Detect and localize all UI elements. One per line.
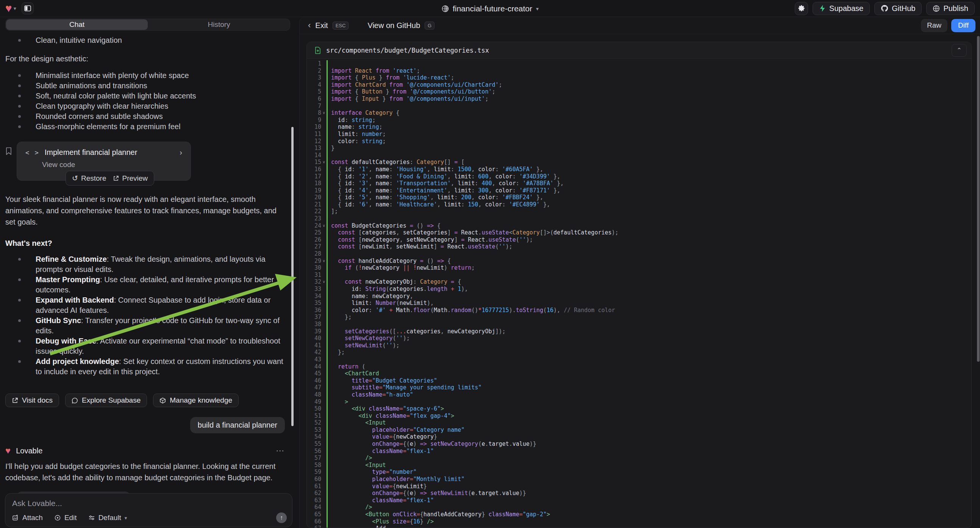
g-key-hint: G (425, 22, 434, 30)
code-line: 59 type="number" (307, 469, 971, 476)
code-line: 16 { id: '1', name: 'Housing', limit: 15… (307, 166, 971, 173)
code-area[interactable]: 1 2import React from 'react';3import { P… (307, 59, 971, 528)
supabase-bolt-icon (819, 5, 826, 12)
design-bullet-list: Minimalist interface with plenty of whit… (5, 70, 285, 132)
code-line: 35 limit: Number(newLimit), (307, 300, 971, 307)
project-chevron-down-icon: ▾ (536, 6, 539, 12)
code-line: 49 > (307, 398, 971, 406)
code-line: 7 (307, 103, 971, 110)
list-item: Clean, intuitive navigation (5, 35, 285, 45)
tab-history[interactable]: History (148, 19, 290, 30)
chevron-right-icon[interactable]: › (180, 148, 182, 157)
github-button[interactable]: GitHub (874, 2, 922, 15)
supabase-button[interactable]: Supabase (813, 2, 870, 15)
esc-key-hint: ESC (332, 22, 349, 30)
chevron-up-icon: ⌃ (956, 46, 961, 54)
code-line: 8∨interface Category { (307, 110, 971, 117)
code-line: 54 value={newCategory} (307, 433, 971, 441)
package-icon (159, 397, 166, 404)
message-options-button[interactable]: ⋯ (276, 446, 285, 456)
code-line: 9 id: string; (307, 117, 971, 124)
code-line: 40 setNewCategory(''); (307, 335, 971, 342)
manage-knowledge-button[interactable]: Manage knowledge (153, 394, 239, 407)
code-line: 18 { id: '3', name: 'Transportation', li… (307, 180, 971, 187)
project-name: financial-future-creator (453, 4, 532, 13)
code-line: 66 <Plus size={16} /> (307, 518, 971, 525)
code-line: 1 (307, 60, 971, 67)
next-steps-list: Refine & Customize: Tweak the design, an… (5, 254, 285, 377)
code-line: 10 name: string; (307, 124, 971, 131)
list-item: Subtle animations and transitions (5, 81, 285, 91)
raw-toggle-button[interactable]: Raw (921, 19, 947, 32)
lovable-logo-heart-icon[interactable]: ♥ (5, 3, 12, 14)
version-card-implement-financial-planner[interactable]: < > Implement financial planner › View c… (17, 142, 191, 181)
view-code-link[interactable]: View code (42, 161, 182, 169)
file-added-icon (314, 46, 321, 54)
scrollback-list: Clean, intuitive navigation (5, 35, 285, 45)
code-line: 6import { Input } from '@/components/ui/… (307, 95, 971, 103)
diff-toggle-button[interactable]: Diff (951, 19, 975, 32)
settings-button[interactable] (795, 2, 808, 15)
code-line: 48 className="h-auto" (307, 391, 971, 398)
code-line: 12 color: string; (307, 138, 971, 145)
chat-input-box[interactable]: Ask Lovable... Attach Edit Default ▾ ↑ (5, 493, 293, 527)
view-on-github-button[interactable]: View on GitHub (368, 21, 420, 30)
attach-button[interactable]: Attach (12, 514, 43, 522)
code-line: 41 setNewLimit(''); (307, 342, 971, 349)
edit-button[interactable]: Edit (54, 514, 77, 522)
restore-button[interactable]: ↺Restore (72, 174, 106, 183)
list-item: GitHub Sync: Transfer your project's cod… (5, 315, 285, 336)
publish-button[interactable]: Publish (926, 2, 975, 15)
preview-button[interactable]: Preview (113, 174, 148, 183)
fold-toggle[interactable]: ∨ (321, 222, 326, 229)
list-item: Refine & Customize: Tweak the design, an… (5, 254, 285, 275)
project-switcher[interactable]: financial-future-creator ▾ (441, 0, 539, 17)
external-link-icon (12, 397, 18, 404)
globe-icon (441, 5, 449, 13)
code-line: 38 (307, 321, 971, 328)
list-item: Master Prompting: Use clear, detailed, a… (5, 275, 285, 295)
fold-toggle[interactable]: ∨ (321, 278, 326, 286)
code-line: 39 setCategories([...categories, newCate… (307, 328, 971, 335)
code-line: 22]; (307, 208, 971, 215)
assistant-header: ♥ Lovable ⋯ (5, 445, 285, 456)
code-line: 63 className="flex-1" (307, 497, 971, 504)
code-line: 56 className="flex-1" (307, 448, 971, 455)
fold-toggle[interactable]: ∨ (321, 258, 326, 265)
chat-scrollbar[interactable] (291, 127, 294, 426)
code-line: 4import ChartCard from '@/components/ui/… (307, 81, 971, 89)
exit-button[interactable]: Exit (315, 21, 328, 30)
code-card-row-1: < > Implement financial planner › View c… (5, 142, 285, 181)
send-button[interactable]: ↑ (276, 512, 287, 523)
bookmark-icon[interactable] (5, 147, 12, 155)
chevron-left-icon: ‹ (308, 21, 311, 30)
list-item: Expand with Backend: Connect Supabase to… (5, 295, 285, 315)
toggle-sidebar-button[interactable] (22, 2, 34, 14)
file-path: src/components/budget/BudgetCategories.t… (326, 46, 489, 54)
explore-supabase-button[interactable]: Explore Supabase (65, 394, 147, 407)
code-line: 53 placeholder="Category name" (307, 426, 971, 434)
file-bar[interactable]: src/components/budget/BudgetCategories.t… (307, 42, 971, 59)
fold-toggle[interactable]: ∨ (321, 110, 326, 117)
list-item: Add project knowledge: Set key context o… (5, 356, 285, 377)
code-line: 21 { id: '6', name: 'Healthcare', limit:… (307, 201, 971, 208)
code-line: 60 placeholder="Monthly limit" (307, 476, 971, 483)
mode-selector[interactable]: Default ▾ (88, 514, 127, 522)
visit-docs-button[interactable]: Visit docs (5, 394, 59, 407)
collapse-file-button[interactable]: ⌃ (951, 44, 967, 57)
code-line: 36 color: '#' + Math.floor(Math.random()… (307, 307, 971, 314)
logo-chevron-down-icon[interactable]: ▾ (14, 5, 16, 11)
tab-chat[interactable]: Chat (6, 19, 148, 30)
fold-toggle[interactable]: ∨ (321, 159, 326, 166)
code-line: 23 (307, 215, 971, 222)
chat-bubble-icon (72, 397, 78, 404)
code-line: 67 Add (307, 525, 971, 528)
chevron-down-icon: ▾ (125, 515, 127, 521)
code-viewer-header: ‹ Exit ESC View on GitHub G Raw Diff (300, 17, 980, 34)
external-link-icon (113, 175, 119, 181)
github-label: GitHub (892, 4, 915, 13)
code-scrollbar[interactable] (977, 36, 980, 362)
code-line: 55 onChange={(e) => setNewCategory(e.tar… (307, 441, 971, 448)
chat-input-placeholder[interactable]: Ask Lovable... (12, 499, 285, 508)
chat-scroll-area[interactable]: Clean, intuitive navigation For the desi… (0, 32, 290, 507)
